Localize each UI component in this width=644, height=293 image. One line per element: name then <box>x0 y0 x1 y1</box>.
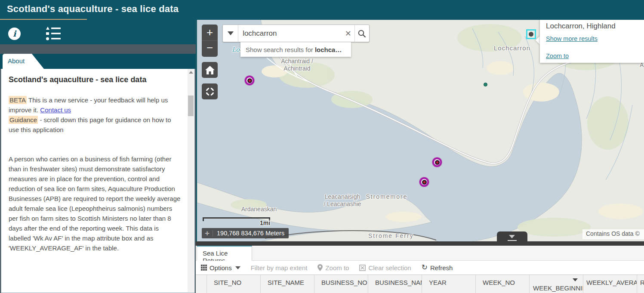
search-suggestion[interactable]: Show search results for lochca… <box>240 42 351 57</box>
tab-about-label: About <box>8 57 25 65</box>
suggestion-prefix: Show search results for <box>246 46 313 53</box>
zoom-to-link[interactable]: Zoom to <box>546 52 569 59</box>
home-button[interactable] <box>202 62 218 78</box>
map-label-stromemore: Stromemore <box>363 193 411 200</box>
search-result-marker[interactable] <box>526 29 536 39</box>
row-selector-column <box>196 275 206 293</box>
about-beta-paragraph: BETA This is a new service - your feedba… <box>9 95 182 135</box>
filter-label: Filter by map extent <box>251 264 308 271</box>
clear-selection-icon <box>359 265 366 271</box>
search-result-popup: Lochcarron, Highland Show more results Z… <box>540 20 644 63</box>
sidebar-tabbar: About <box>0 54 196 69</box>
column-header-business-no[interactable]: BUSINESS_NO <box>314 275 368 293</box>
handle-grip <box>508 240 517 241</box>
about-main-paragraph: A person who carries on a business of fi… <box>9 154 182 253</box>
coordinates-value: 190,768 834,676 Meters <box>217 230 284 237</box>
map-label-ardaneaskan: Ardaneaskan <box>239 206 279 213</box>
locate-button[interactable] <box>202 83 218 99</box>
table-toolbar: Options Filter by map extent Zoom to <box>196 261 644 274</box>
scroll-up-icon[interactable] <box>189 71 193 74</box>
filter-by-extent-button[interactable]: Filter by map extent <box>251 264 308 271</box>
chevron-down-icon <box>509 235 515 238</box>
search-icon <box>357 29 366 38</box>
page-title: Scotland's aquaculture - sea lice data <box>7 3 179 15</box>
refresh-icon: ↻ <box>422 265 428 271</box>
about-content: Scotland's aquaculture - sea lice data B… <box>9 75 182 253</box>
column-header-week-beginning[interactable]: WEEK_BEGINNIN <box>529 275 583 293</box>
about-panel: Scotland's aquaculture - sea lice data B… <box>1 69 195 293</box>
search-source-dropdown[interactable] <box>223 25 238 42</box>
grid-icon <box>201 265 207 271</box>
search-clear-button[interactable]: ✕ <box>342 25 354 42</box>
chevron-down-icon <box>228 31 234 35</box>
options-label: Options <box>210 264 232 271</box>
table-header-row: SITE_NO SITE_NAME BUSINESS_NO BUSINESS_N… <box>196 274 644 293</box>
clear-selection-label: Clear selection <box>368 264 411 271</box>
map-label-strome-ferry: Strome Ferry <box>368 232 411 240</box>
beta-text: This is a new service - your feedback wi… <box>9 96 168 114</box>
home-icon <box>205 66 215 74</box>
column-header-site-name[interactable]: SITE_NAME <box>260 275 314 293</box>
refresh-label: Refresh <box>430 264 453 271</box>
column-header-clipped[interactable]: R <box>637 275 644 293</box>
scale-label: 1mi <box>260 219 270 226</box>
coordinates-widget: ✛ 190,768 834,676 Meters <box>202 228 289 238</box>
farm-site-marker[interactable] <box>245 76 254 85</box>
refresh-button[interactable]: ↻ Refresh <box>422 264 453 271</box>
attribute-table-panel: Sea Lice Returns Options Filter by map e… <box>196 246 644 293</box>
contact-us-link[interactable]: Contact us <box>40 106 71 114</box>
zoom-to-label: Zoom to <box>325 264 349 271</box>
column-header-week-no[interactable]: WEEK_NO <box>475 275 529 293</box>
map-label-achantraid: Achantraid / Achintraid <box>266 58 328 72</box>
locate-icon <box>205 86 215 97</box>
app-root: Scotland's aquaculture - sea lice data i… <box>0 0 644 293</box>
column-header-business-name[interactable]: BUSINESS_NAME <box>368 275 422 293</box>
sidebar-toolbar <box>0 20 196 44</box>
search-widget: ✕ <box>222 25 370 42</box>
scrollbar-thumb[interactable] <box>188 96 194 116</box>
pin-icon <box>317 264 323 271</box>
chevron-down-icon <box>235 266 240 269</box>
table-tabbar: Sea Lice Returns <box>196 246 644 261</box>
guidance-badge: Guidance <box>9 116 38 124</box>
beta-badge: BETA <box>9 96 27 104</box>
tab-sea-lice-returns[interactable]: Sea Lice Returns <box>197 246 252 261</box>
column-header-year[interactable]: YEAR <box>422 275 475 293</box>
zoom-control: + − <box>202 25 218 57</box>
show-more-results-link[interactable]: Show more results <box>546 35 598 42</box>
about-scrollbar[interactable] <box>188 69 194 292</box>
site-dot-marker[interactable] <box>484 83 487 86</box>
crosshair-icon[interactable]: ✛ <box>202 230 213 237</box>
farm-site-marker[interactable] <box>419 177 429 187</box>
zoom-to-button[interactable]: Zoom to <box>317 264 349 271</box>
table-collapse-handle[interactable] <box>497 231 527 241</box>
zoom-out-button[interactable]: − <box>202 41 218 56</box>
column-header-weekly-average[interactable]: WEEKLY_AVERAG <box>583 275 637 293</box>
popup-title: Lochcarron, Highland <box>546 22 616 31</box>
zoom-in-button[interactable]: + <box>202 25 218 41</box>
week-beginning-label: WEEK_BEGINNIN <box>533 284 583 292</box>
map-attribution: Contains OS data © <box>582 229 644 239</box>
info-icon[interactable]: i <box>8 28 21 40</box>
tab-about[interactable]: About <box>3 54 44 69</box>
clear-selection-button[interactable]: Clear selection <box>359 264 411 271</box>
column-menu-icon[interactable] <box>573 278 578 281</box>
map-container: Loch Achantraid / Achintraid Lochcarron … <box>196 20 644 241</box>
app-header: Scotland's aquaculture - sea lice data <box>0 0 644 20</box>
about-heading: Scotland's aquaculture - sea lice data <box>9 75 182 85</box>
search-input[interactable] <box>238 25 342 42</box>
suggestion-term: lochca… <box>315 46 342 53</box>
legend-icon[interactable] <box>45 26 62 41</box>
search-button[interactable] <box>354 25 369 42</box>
farm-site-marker[interactable] <box>432 157 442 167</box>
map-label-lochcarron: Lochcarron <box>483 44 541 52</box>
options-button[interactable]: Options <box>201 264 240 271</box>
active-section-underline <box>0 19 87 20</box>
column-header-site-no[interactable]: SITE_NO <box>206 275 260 293</box>
panel-divider[interactable] <box>196 241 644 246</box>
